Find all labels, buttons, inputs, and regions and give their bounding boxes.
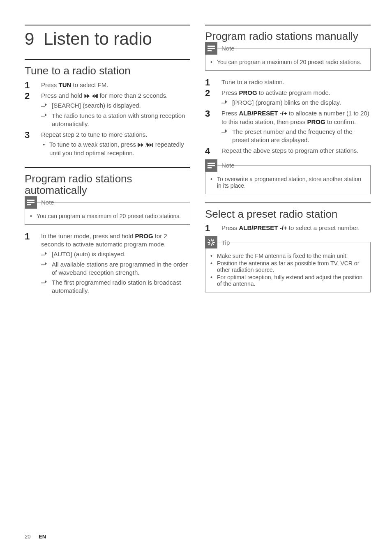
note-box: Note To overwrite a programmed station, … (205, 165, 371, 194)
prev-next-track-icon (84, 94, 98, 98)
bullet-item: To tune to a weak station, press / repea… (41, 140, 190, 157)
step: In the tuner mode, press and hold PROG f… (25, 232, 190, 295)
result-item: All available stations are programmed in… (41, 260, 190, 277)
note-item: To overwrite a programmed station, store… (210, 176, 365, 189)
svg-marker-2 (87, 94, 90, 98)
note-title: Note (221, 45, 235, 52)
svg-rect-19 (208, 165, 215, 166)
svg-rect-15 (208, 46, 215, 47)
page-language: EN (39, 534, 46, 540)
section-select-heading: Select a preset radio station (205, 202, 371, 220)
result-item: [SEARCH] (search) is displayed. (41, 101, 190, 110)
svg-marker-4 (95, 94, 97, 98)
svg-rect-14 (27, 204, 31, 205)
page-number: 20 (25, 534, 30, 540)
svg-rect-20 (208, 167, 212, 168)
result-item: The first programmed radio station is br… (41, 278, 190, 295)
svg-rect-17 (208, 50, 212, 51)
section-manual-heading: Program radio stations manually (205, 25, 371, 42)
note-item: You can program a maximum of 20 preset r… (210, 59, 365, 65)
tip-title: Tip (221, 239, 230, 246)
result-item: The radio tunes to a station with strong… (41, 112, 190, 129)
auto-steps: In the tuner mode, press and hold PROG f… (25, 232, 190, 295)
tip-list: Make sure the FM antenna is fixed to the… (210, 253, 365, 287)
result-item: The preset number and the frequency of t… (221, 128, 371, 145)
svg-marker-7 (138, 143, 141, 147)
note-box: Note You can program a maximum of 20 pre… (205, 48, 371, 71)
svg-line-25 (209, 240, 210, 241)
chapter-title: Listen to radio (44, 29, 152, 48)
svg-marker-10 (150, 143, 152, 147)
step: Press ALB/PRESET -/+ to allocate a numbe… (205, 109, 371, 144)
svg-rect-16 (208, 48, 215, 49)
svg-rect-12 (27, 200, 35, 201)
step: Press ALB/PRESET -/+ to select a preset … (205, 224, 371, 232)
manual-steps: Tune to a radio station. Press PROG to a… (205, 78, 371, 155)
svg-rect-6 (138, 143, 138, 147)
chapter-number: 9 (25, 30, 44, 48)
results-list: [SEARCH] (search) is displayed. The radi… (41, 101, 190, 128)
next-track-icon (147, 143, 153, 147)
results-list: [PROG] (program) blinks on the display. (221, 99, 371, 107)
svg-rect-13 (27, 202, 35, 203)
tune-steps: Press TUN to select FM. Press and hold f… (25, 81, 190, 157)
step: Press TUN to select FM. (25, 81, 190, 89)
note-icon (25, 196, 37, 209)
right-column: Program radio stations manually Note You… (205, 21, 371, 525)
tip-item: Make sure the FM antenna is fixed to the… (210, 253, 365, 259)
select-steps: Press ALB/PRESET -/+ to select a preset … (205, 224, 371, 232)
note-icon (205, 42, 217, 55)
svg-rect-18 (208, 163, 215, 164)
bullet-list: To tune to a weak station, press / repea… (41, 140, 190, 157)
left-column: 9Listen to radio Tune to a radio station… (25, 21, 190, 525)
step: Repeat step 2 to tune to more stations. … (25, 131, 190, 157)
note-list: You can program a maximum of 20 preset r… (30, 213, 185, 219)
result-item: [AUTO] (auto) is displayed. (41, 250, 190, 258)
chapter-heading: 9Listen to radio (25, 25, 190, 48)
svg-rect-0 (84, 94, 85, 98)
tip-box: Tip Make sure the FM antenna is fixed to… (205, 242, 371, 292)
svg-marker-9 (147, 143, 150, 147)
section-auto-heading: Program radio stations automatically (25, 167, 190, 196)
svg-line-27 (212, 240, 214, 241)
svg-line-26 (212, 244, 214, 245)
note-list: You can program a maximum of 20 preset r… (210, 59, 365, 65)
svg-marker-3 (92, 94, 95, 98)
note-list: To overwrite a programmed station, store… (210, 176, 365, 189)
step: Tune to a radio station. (205, 78, 371, 86)
note-title: Note (41, 199, 54, 206)
note-title: Note (221, 162, 235, 169)
results-list: The preset number and the frequency of t… (221, 128, 371, 145)
step: Repeat the above steps to program other … (205, 147, 371, 155)
step: Press PROG to activate program mode. [PR… (205, 89, 371, 107)
note-icon (205, 159, 217, 172)
page-footer: 20 EN (25, 525, 371, 540)
svg-marker-8 (141, 143, 143, 147)
results-list: [AUTO] (auto) is displayed. All availabl… (41, 250, 190, 295)
note-item: You can program a maximum of 20 preset r… (30, 213, 185, 219)
tip-item: For optimal reception, fully extend and … (210, 274, 365, 287)
svg-line-28 (209, 244, 210, 245)
step: Press and hold for more than 2 seconds. … (25, 92, 190, 128)
note-box: Note You can program a maximum of 20 pre… (25, 202, 190, 225)
svg-marker-1 (85, 94, 87, 98)
tip-icon (205, 236, 217, 248)
result-item: [PROG] (program) blinks on the display. (221, 99, 371, 107)
section-tune-heading: Tune to a radio station (25, 59, 190, 77)
tip-item: Position the antenna as far as possible … (210, 260, 365, 273)
prev-track-icon (138, 143, 144, 147)
